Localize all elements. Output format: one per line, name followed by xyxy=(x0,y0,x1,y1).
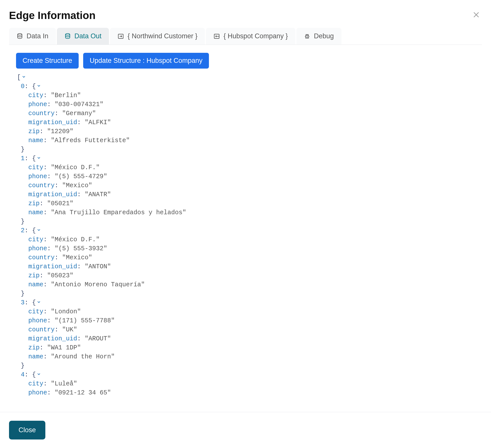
modal-body: Create Structure Update Structure : Hubs… xyxy=(0,45,491,412)
tabs: Data InData Out{ Northwind Customer }{ H… xyxy=(9,28,482,45)
json-line: phone: "030-0074321" xyxy=(17,100,482,109)
json-line: 1: { xyxy=(17,154,482,163)
json-line: migration_uid: "ANTON" xyxy=(17,262,482,271)
json-line: 2: { xyxy=(17,226,482,235)
json-line: country: "Germany" xyxy=(17,109,482,118)
update-structure-button[interactable]: Update Structure : Hubspot Company xyxy=(83,53,209,69)
json-line: name: "Ana Trujillo Emparedados y helado… xyxy=(17,208,482,217)
chevron-down-icon[interactable] xyxy=(37,370,41,379)
json-line: country: "UK" xyxy=(17,325,482,334)
modal-title: Edge Information xyxy=(9,10,95,22)
json-line: city: "Berlin" xyxy=(17,91,482,100)
tab-label: { Northwind Customer } xyxy=(128,32,197,40)
close-button[interactable]: Close xyxy=(9,421,45,439)
json-viewer[interactable]: [ 0: { city: "Berlin" phone: "030-007432… xyxy=(9,73,482,397)
chevron-down-icon[interactable] xyxy=(22,73,26,82)
json-line: zip: "12209" xyxy=(17,127,482,136)
chevron-down-icon[interactable] xyxy=(37,298,41,307)
tab-data-in[interactable]: Data In xyxy=(9,28,56,45)
json-line: country: "Mexico" xyxy=(17,253,482,262)
chevron-down-icon[interactable] xyxy=(37,154,41,163)
json-line: 4: { xyxy=(17,370,482,379)
json-line: zip: "WA1 1DP" xyxy=(17,343,482,352)
tab-label: Data In xyxy=(27,32,48,40)
create-structure-button[interactable]: Create Structure xyxy=(16,53,79,69)
tab-label: Data Out xyxy=(74,32,101,40)
bug-icon xyxy=(304,33,310,40)
json-line: migration_uid: "AROUT" xyxy=(17,334,482,343)
action-buttons: Create Structure Update Structure : Hubs… xyxy=(16,53,482,69)
json-line: 0: { xyxy=(17,82,482,91)
json-line: phone: "(5) 555-4729" xyxy=(17,172,482,181)
json-line: country: "Mexico" xyxy=(17,181,482,190)
export-icon xyxy=(213,33,220,40)
json-line: name: "Alfreds Futterkiste" xyxy=(17,136,482,145)
json-line: zip: "05021" xyxy=(17,199,482,208)
tab-label: { Hubspot Company } xyxy=(223,32,288,40)
chevron-down-icon[interactable] xyxy=(37,226,41,235)
json-line: name: "Antonio Moreno Taquería" xyxy=(17,280,482,289)
import-icon xyxy=(117,33,124,40)
json-line: city: "Luleå" xyxy=(17,379,482,388)
json-line: phone: "(171) 555-7788" xyxy=(17,316,482,325)
tab-northwind[interactable]: { Northwind Customer } xyxy=(110,28,205,45)
edge-info-modal: Edge Information Data InData Out{ Northw… xyxy=(0,0,491,448)
json-line: migration_uid: "ALFKI" xyxy=(17,118,482,127)
json-line: city: "México D.F." xyxy=(17,235,482,244)
close-icon[interactable] xyxy=(470,9,482,22)
json-line: } xyxy=(17,145,482,154)
tab-debug[interactable]: Debug xyxy=(296,28,341,45)
json-line: phone: "0921-12 34 65" xyxy=(17,388,482,397)
json-line: migration_uid: "ANATR" xyxy=(17,190,482,199)
json-line: name: "Around the Horn" xyxy=(17,352,482,361)
tab-data-out[interactable]: Data Out xyxy=(57,28,109,45)
modal-header: Edge Information xyxy=(0,0,491,28)
json-line: } xyxy=(17,289,482,298)
tab-label: Debug xyxy=(314,32,334,40)
json-line: [ xyxy=(17,73,482,82)
json-line: phone: "(5) 555-3932" xyxy=(17,244,482,253)
json-line: city: "London" xyxy=(17,307,482,316)
tab-hubspot[interactable]: { Hubspot Company } xyxy=(206,28,295,45)
modal-footer: Close xyxy=(0,412,491,448)
json-line: 3: { xyxy=(17,298,482,307)
json-line: city: "México D.F." xyxy=(17,163,482,172)
database-icon xyxy=(17,33,23,40)
database-icon xyxy=(64,33,71,40)
svg-point-3 xyxy=(65,34,70,35)
chevron-down-icon[interactable] xyxy=(37,82,41,91)
json-line: } xyxy=(17,361,482,370)
json-line: zip: "05023" xyxy=(17,271,482,280)
json-line: } xyxy=(17,217,482,226)
svg-point-2 xyxy=(18,34,22,35)
